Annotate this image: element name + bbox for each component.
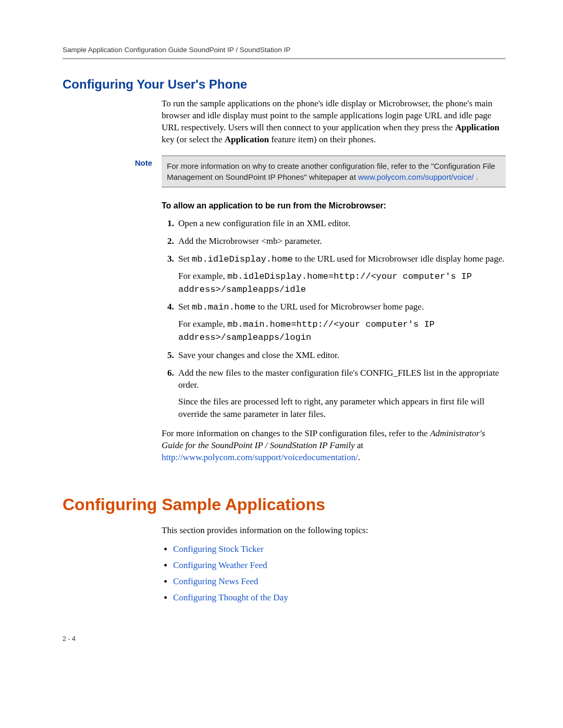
link-thought-day[interactable]: Configuring Thought of the Day	[173, 593, 288, 602]
trailing-b: at	[355, 440, 364, 450]
step-3-example: For example, mb.idleDisplay.home=http://…	[178, 270, 506, 296]
step-4: Set mb.main.home to the URL used for Mic…	[176, 301, 506, 343]
step-4-code: mb.main.home	[192, 302, 255, 312]
note-label: Note	[63, 155, 162, 188]
step-4-b: to the URL used for Microbrowser home pa…	[255, 302, 424, 312]
bold-application-2: Application	[225, 134, 269, 144]
trailing-paragraph: For more information on changes to the S…	[162, 428, 506, 464]
step-6-text: Add the new files to the master configur…	[178, 368, 499, 390]
topic-weather-feed: Configuring Weather Feed	[173, 560, 506, 572]
topic-news-feed: Configuring News Feed	[173, 576, 506, 588]
procedure-block: To allow an application to be run from t…	[162, 200, 506, 464]
intro-paragraph: To run the sample applications on the ph…	[162, 98, 506, 146]
section-heading-configuring-phone: Configuring Your User's Phone	[63, 77, 506, 92]
page-container: Sample Application Configuration Guide S…	[0, 0, 563, 674]
step-6: Add the new files to the master configur…	[176, 367, 506, 421]
topic-list: Configuring Stock Ticker Configuring Wea…	[162, 544, 506, 604]
step-2: Add the Microbrowser <mb> parameter.	[176, 235, 506, 248]
running-header: Sample Application Configuration Guide S…	[63, 46, 506, 58]
note-block: Note For more information on why to crea…	[63, 155, 506, 188]
procedure-steps: Open a new configuration file in an XML …	[162, 217, 506, 420]
step-3-b: to the URL used for Microbrowser idle di…	[293, 254, 505, 264]
topic-stock-ticker: Configuring Stock Ticker	[173, 544, 506, 556]
step-3-a: Set	[178, 254, 192, 264]
note-link[interactable]: www.polycom.com/support/voice/	[358, 172, 474, 181]
step-4-a: Set	[178, 302, 192, 312]
step-3-ex-label: For example,	[178, 271, 227, 281]
section2-intro: This section provides information on the…	[162, 525, 506, 537]
link-news-feed[interactable]: Configuring News Feed	[173, 576, 258, 586]
intro-text-a: To run the sample applications on the ph…	[162, 98, 493, 132]
note-body: For more information on why to create an…	[162, 155, 506, 188]
link-stock-ticker[interactable]: Configuring Stock Ticker	[173, 544, 264, 554]
note-after: .	[474, 172, 478, 181]
step-1: Open a new configuration file in an XML …	[176, 217, 506, 230]
step-3-code: mb.idleDisplay.home	[192, 254, 293, 264]
section2-body: This section provides information on the…	[162, 525, 506, 604]
section1-body: To run the sample applications on the ph…	[162, 98, 506, 146]
bold-application-1: Application	[455, 122, 499, 132]
intro-text-after: feature item) on their phones.	[269, 134, 376, 144]
step-4-example: For example, mb.main.home=http://<your c…	[178, 318, 506, 344]
step-5: Save your changes and close the XML edit…	[176, 349, 506, 362]
step-3: Set mb.idleDisplay.home to the URL used …	[176, 253, 506, 295]
trailing-link[interactable]: http://www.polycom.com/support/voicedocu…	[162, 452, 358, 462]
step-1-text: Open a new configuration file in an XML …	[178, 218, 350, 228]
step-4-ex-label: For example,	[178, 319, 227, 329]
step-2-text: Add the Microbrowser <mb> parameter.	[178, 236, 322, 246]
intro-text-mid: key (or select the	[162, 134, 225, 144]
step-5-text: Save your changes and close the XML edit…	[178, 350, 339, 360]
trailing-dot: .	[358, 452, 360, 462]
link-weather-feed[interactable]: Configuring Weather Feed	[173, 560, 267, 570]
page-number: 2 - 4	[63, 635, 506, 643]
topic-thought-day: Configuring Thought of the Day	[173, 592, 506, 604]
section-heading-sample-apps: Configuring Sample Applications	[63, 495, 506, 514]
header-rule	[63, 58, 506, 59]
procedure-heading: To allow an application to be run from t…	[162, 200, 506, 212]
trailing-a: For more information on changes to the S…	[162, 428, 430, 438]
step-6-sub: Since the files are processed left to ri…	[178, 396, 506, 421]
